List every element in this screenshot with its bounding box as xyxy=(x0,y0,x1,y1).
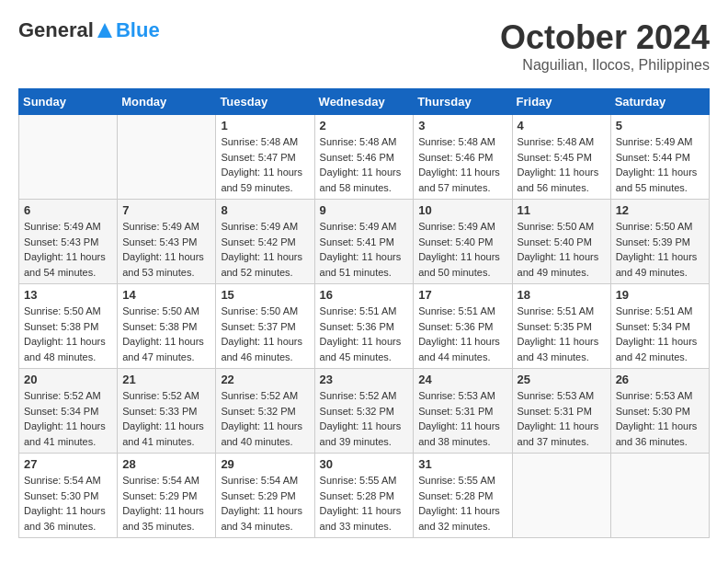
day-info: Sunrise: 5:50 AMSunset: 5:38 PMDaylight:… xyxy=(122,304,210,364)
calendar-cell: 6Sunrise: 5:49 AMSunset: 5:43 PMDaylight… xyxy=(19,200,118,284)
day-number: 30 xyxy=(320,457,409,471)
day-number: 26 xyxy=(616,373,704,386)
location-subtitle: Naguilian, Ilocos, Philippines xyxy=(500,57,710,74)
day-info: Sunrise: 5:54 AMSunset: 5:29 PMDaylight:… xyxy=(122,473,210,534)
day-info: Sunrise: 5:55 AMSunset: 5:28 PMDaylight:… xyxy=(418,473,506,534)
calendar-cell: 12Sunrise: 5:50 AMSunset: 5:39 PMDayligh… xyxy=(610,200,709,284)
calendar-cell: 3Sunrise: 5:48 AMSunset: 5:46 PMDaylight… xyxy=(414,115,512,200)
day-info: Sunrise: 5:51 AMSunset: 5:36 PMDaylight:… xyxy=(418,304,506,364)
calendar-cell xyxy=(512,454,610,538)
day-info: Sunrise: 5:48 AMSunset: 5:47 PMDaylight:… xyxy=(221,134,309,195)
day-number: 24 xyxy=(418,373,506,386)
calendar-cell: 14Sunrise: 5:50 AMSunset: 5:38 PMDayligh… xyxy=(118,284,216,369)
calendar-cell: 7Sunrise: 5:49 AMSunset: 5:43 PMDaylight… xyxy=(118,200,216,284)
day-number: 19 xyxy=(616,288,704,302)
day-number: 27 xyxy=(24,457,112,471)
day-number: 29 xyxy=(221,457,309,471)
day-info: Sunrise: 5:49 AMSunset: 5:43 PMDaylight:… xyxy=(122,219,210,280)
weekday-header-monday: Monday xyxy=(118,89,216,115)
day-info: Sunrise: 5:50 AMSunset: 5:39 PMDaylight:… xyxy=(616,219,704,280)
weekday-header-friday: Friday xyxy=(512,89,610,115)
day-info: Sunrise: 5:52 AMSunset: 5:33 PMDaylight:… xyxy=(122,388,210,449)
day-info: Sunrise: 5:54 AMSunset: 5:29 PMDaylight:… xyxy=(221,473,309,534)
day-number: 4 xyxy=(518,119,606,132)
day-info: Sunrise: 5:52 AMSunset: 5:32 PMDaylight:… xyxy=(320,388,409,449)
day-number: 18 xyxy=(518,288,606,302)
day-number: 6 xyxy=(24,203,112,217)
calendar-cell: 10Sunrise: 5:49 AMSunset: 5:40 PMDayligh… xyxy=(414,200,512,284)
day-number: 22 xyxy=(221,373,309,386)
day-info: Sunrise: 5:50 AMSunset: 5:40 PMDaylight:… xyxy=(518,219,606,280)
day-info: Sunrise: 5:53 AMSunset: 5:31 PMDaylight:… xyxy=(418,388,506,449)
day-info: Sunrise: 5:52 AMSunset: 5:32 PMDaylight:… xyxy=(221,388,309,449)
day-info: Sunrise: 5:49 AMSunset: 5:40 PMDaylight:… xyxy=(418,219,506,280)
weekday-header-row: SundayMondayTuesdayWednesdayThursdayFrid… xyxy=(19,89,710,115)
calendar-cell: 4Sunrise: 5:48 AMSunset: 5:45 PMDaylight… xyxy=(512,115,610,200)
day-info: Sunrise: 5:55 AMSunset: 5:28 PMDaylight:… xyxy=(320,473,409,534)
month-title: October 2024 xyxy=(500,18,710,57)
svg-marker-0 xyxy=(97,23,112,38)
calendar-week-1: 1Sunrise: 5:48 AMSunset: 5:47 PMDaylight… xyxy=(19,115,710,200)
day-info: Sunrise: 5:49 AMSunset: 5:43 PMDaylight:… xyxy=(24,219,112,280)
logo-icon xyxy=(96,21,114,40)
calendar-week-4: 20Sunrise: 5:52 AMSunset: 5:34 PMDayligh… xyxy=(19,369,710,454)
day-number: 9 xyxy=(320,203,409,217)
day-number: 13 xyxy=(24,288,112,302)
day-number: 3 xyxy=(418,119,506,132)
calendar-cell: 2Sunrise: 5:48 AMSunset: 5:46 PMDaylight… xyxy=(314,115,414,200)
title-block: October 2024 Naguilian, Ilocos, Philippi… xyxy=(500,18,710,74)
calendar-cell: 31Sunrise: 5:55 AMSunset: 5:28 PMDayligh… xyxy=(414,454,512,538)
day-info: Sunrise: 5:51 AMSunset: 5:35 PMDaylight:… xyxy=(518,304,606,364)
day-info: Sunrise: 5:53 AMSunset: 5:31 PMDaylight:… xyxy=(518,388,606,449)
day-info: Sunrise: 5:48 AMSunset: 5:46 PMDaylight:… xyxy=(418,134,506,195)
calendar-cell: 17Sunrise: 5:51 AMSunset: 5:36 PMDayligh… xyxy=(414,284,512,369)
calendar-cell xyxy=(610,454,709,538)
weekday-header-thursday: Thursday xyxy=(414,89,512,115)
day-info: Sunrise: 5:49 AMSunset: 5:44 PMDaylight:… xyxy=(616,134,704,195)
calendar-cell: 1Sunrise: 5:48 AMSunset: 5:47 PMDaylight… xyxy=(216,115,314,200)
day-number: 28 xyxy=(122,457,210,471)
day-number: 8 xyxy=(221,203,309,217)
day-number: 15 xyxy=(221,288,309,302)
calendar-week-2: 6Sunrise: 5:49 AMSunset: 5:43 PMDaylight… xyxy=(19,200,710,284)
day-info: Sunrise: 5:51 AMSunset: 5:36 PMDaylight:… xyxy=(320,304,409,364)
day-number: 16 xyxy=(320,288,409,302)
day-number: 10 xyxy=(418,203,506,217)
day-info: Sunrise: 5:50 AMSunset: 5:38 PMDaylight:… xyxy=(24,304,112,364)
calendar-week-5: 27Sunrise: 5:54 AMSunset: 5:30 PMDayligh… xyxy=(19,454,710,538)
weekday-header-wednesday: Wednesday xyxy=(314,89,414,115)
day-number: 2 xyxy=(320,119,409,132)
calendar-cell xyxy=(19,115,118,200)
calendar-cell: 24Sunrise: 5:53 AMSunset: 5:31 PMDayligh… xyxy=(414,369,512,454)
calendar-cell xyxy=(118,115,216,200)
calendar-table: SundayMondayTuesdayWednesdayThursdayFrid… xyxy=(18,88,710,538)
calendar-cell: 19Sunrise: 5:51 AMSunset: 5:34 PMDayligh… xyxy=(610,284,709,369)
calendar-cell: 13Sunrise: 5:50 AMSunset: 5:38 PMDayligh… xyxy=(19,284,118,369)
calendar-cell: 29Sunrise: 5:54 AMSunset: 5:29 PMDayligh… xyxy=(216,454,314,538)
calendar-cell: 26Sunrise: 5:53 AMSunset: 5:30 PMDayligh… xyxy=(610,369,709,454)
calendar-cell: 28Sunrise: 5:54 AMSunset: 5:29 PMDayligh… xyxy=(118,454,216,538)
day-info: Sunrise: 5:50 AMSunset: 5:37 PMDaylight:… xyxy=(221,304,309,364)
calendar-cell: 27Sunrise: 5:54 AMSunset: 5:30 PMDayligh… xyxy=(19,454,118,538)
day-info: Sunrise: 5:54 AMSunset: 5:30 PMDaylight:… xyxy=(24,473,112,534)
day-info: Sunrise: 5:49 AMSunset: 5:42 PMDaylight:… xyxy=(221,219,309,280)
day-number: 11 xyxy=(518,203,606,217)
day-number: 12 xyxy=(616,203,704,217)
logo: General Blue xyxy=(18,18,160,42)
calendar-cell: 5Sunrise: 5:49 AMSunset: 5:44 PMDaylight… xyxy=(610,115,709,200)
calendar-cell: 15Sunrise: 5:50 AMSunset: 5:37 PMDayligh… xyxy=(216,284,314,369)
day-info: Sunrise: 5:48 AMSunset: 5:45 PMDaylight:… xyxy=(518,134,606,195)
day-number: 5 xyxy=(616,119,704,132)
day-number: 25 xyxy=(518,373,606,386)
calendar-cell: 16Sunrise: 5:51 AMSunset: 5:36 PMDayligh… xyxy=(314,284,414,369)
day-info: Sunrise: 5:52 AMSunset: 5:34 PMDaylight:… xyxy=(24,388,112,449)
weekday-header-saturday: Saturday xyxy=(610,89,709,115)
calendar-cell: 21Sunrise: 5:52 AMSunset: 5:33 PMDayligh… xyxy=(118,369,216,454)
day-info: Sunrise: 5:48 AMSunset: 5:46 PMDaylight:… xyxy=(320,134,409,195)
day-number: 14 xyxy=(122,288,210,302)
calendar-cell: 8Sunrise: 5:49 AMSunset: 5:42 PMDaylight… xyxy=(216,200,314,284)
page-header: General Blue October 2024 Naguilian, Ilo… xyxy=(18,18,710,74)
calendar-cell: 18Sunrise: 5:51 AMSunset: 5:35 PMDayligh… xyxy=(512,284,610,369)
day-info: Sunrise: 5:53 AMSunset: 5:30 PMDaylight:… xyxy=(616,388,704,449)
day-info: Sunrise: 5:51 AMSunset: 5:34 PMDaylight:… xyxy=(616,304,704,364)
